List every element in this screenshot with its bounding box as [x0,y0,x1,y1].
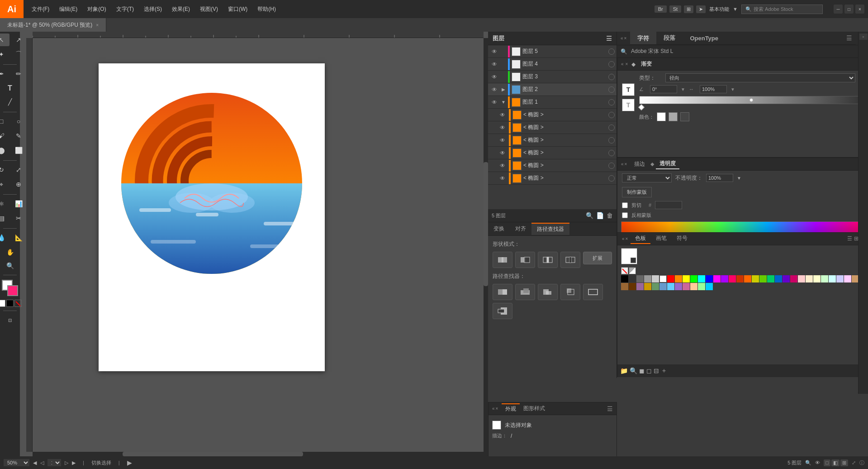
menu-edit[interactable]: 编辑(E) [55,4,82,15]
grad-fill-stop1[interactable] [657,112,666,121]
tab-stroke[interactable]: 描边 [631,159,649,169]
layer-sub3-visibility[interactable]: 👁 [498,137,507,144]
canvas-area[interactable] [26,32,488,456]
swatch-new-global[interactable]: ◼ [639,367,645,374]
swatch-mid[interactable] [644,275,651,282]
opacity-input[interactable] [706,174,733,182]
layer-sub1-target[interactable] [608,112,615,118]
grad-expand-icon[interactable]: ◆ [631,61,636,67]
swatch-yellow[interactable] [683,275,690,282]
page-nav-prev2[interactable]: ◁ [40,460,44,466]
layers-new-layer-btn[interactable]: 📄 [596,212,604,219]
unite-btn[interactable] [493,252,512,268]
play-btn[interactable]: ▶ [127,459,132,466]
trim-btn[interactable] [515,284,535,300]
layer3-visibility[interactable]: 👁 [490,74,499,80]
layer-sub-1[interactable]: 👁 < 椭圆 > [488,109,617,121]
layer-item-1[interactable]: 👁 ▼ 图层 1 [488,96,617,109]
expand-btn[interactable]: 扩展 [583,252,612,264]
layer4-target[interactable] [608,61,615,67]
swatch-amethyst[interactable] [675,283,682,290]
swatch-special-1[interactable] [621,267,628,274]
blob-brush-tool[interactable]: ⬤ [0,144,9,157]
outline-btn[interactable] [583,284,603,300]
curvature-tool[interactable]: ✏ [10,67,27,80]
tab-pathfinder[interactable]: 路径查找器 [531,223,569,235]
scale-tool[interactable]: ⤢ [10,163,27,176]
swatch-red[interactable] [667,275,674,282]
layer-sub2-visibility[interactable]: 👁 [498,124,507,131]
swatches-collapse[interactable]: « × [619,236,631,241]
grad-collapse[interactable]: « × [621,62,628,67]
menu-text[interactable]: 文字(T) [112,4,138,15]
layer1-target[interactable] [608,99,615,105]
tab-transparency[interactable]: 透明度 [656,159,679,169]
layer-sub-2[interactable]: 👁 < 椭圆 > [488,121,617,134]
swatch-royal[interactable] [775,275,782,282]
ellipse-tool[interactable]: ○ [10,115,27,128]
swatch-cyan[interactable] [698,275,705,282]
status-preview-view[interactable]: ◧ [831,459,840,466]
layer-item-2[interactable]: 👁 ▶ 图层 2 [488,83,617,96]
status-pixel-view[interactable]: ⊞ [840,459,848,466]
status-search-btn[interactable]: 🔍 [805,460,811,466]
swatch-sage[interactable] [652,283,659,290]
appearance-menu[interactable]: ☰ [607,405,613,412]
workspace-dropdown-icon[interactable]: ▼ [733,6,738,12]
type-tool[interactable]: T [2,82,18,95]
swatch-lt-yel[interactable] [813,275,821,282]
tab-align[interactable]: 对齐 [510,223,531,234]
swatch-special-2[interactable] [629,267,636,274]
swatch-dk-brown[interactable] [629,283,636,290]
layer-sub3-target[interactable] [608,137,615,144]
menu-view[interactable]: 视图(V) [195,4,223,15]
close-btn[interactable]: × [855,5,864,14]
swatch-sky[interactable] [667,283,674,290]
swatch-lt-mag[interactable] [844,275,851,282]
chart-tool[interactable]: 📊 [10,197,27,210]
lasso-tool[interactable]: ⌒ [10,48,27,61]
swatch-new-pattern[interactable]: ⊟ [654,367,659,374]
measure-tool[interactable]: 📐 [10,231,27,244]
layer-sub6-visibility[interactable]: 👁 [498,175,507,182]
tab-symbols[interactable]: 符号 [672,234,692,244]
swatch-white[interactable] [659,275,667,282]
layer-sub5-visibility[interactable]: 👁 [498,163,507,169]
symbol-tool[interactable]: ⚛ [0,197,9,210]
layers-menu-icon[interactable]: ☰ [606,35,612,42]
canvas-scroll-h[interactable] [33,452,484,456]
gradient-midpoint[interactable] [749,98,753,102]
pen-tool[interactable]: ✒ [0,67,9,80]
layer4-visibility[interactable]: 👁 [490,61,499,67]
swatch-dark-red[interactable] [736,275,744,282]
swatch-dark2[interactable] [636,275,644,282]
layer-sub-5[interactable]: 👁 < 椭圆 > [488,159,617,172]
status-normal-view[interactable]: □ [824,459,830,466]
grad-type-select[interactable]: 径向 线性 [665,73,855,82]
grad-scale-input[interactable] [700,85,727,93]
status-info-icon[interactable]: ⓘ [859,459,864,466]
swatch-lime[interactable] [759,275,767,282]
make-mask-btn[interactable]: 制作蒙版 [622,187,652,197]
status-navigate-icon[interactable]: ⤢ [852,460,856,466]
swatch-peach[interactable] [690,283,697,290]
swatch-teal[interactable] [767,275,774,282]
magic-wand-tool[interactable]: ✦ [0,48,9,61]
menu-file[interactable]: 文件(F) [27,4,54,15]
puppet-warp-tool[interactable]: ⌖ [0,178,9,191]
swatch-cream[interactable] [806,275,813,282]
none-swatch[interactable] [14,300,22,307]
layer-sub5-target[interactable] [608,163,615,169]
swatch-magenta[interactable] [713,275,721,282]
page-nav-prev[interactable]: ◀ [33,460,37,466]
layer1-expand[interactable]: ▼ [501,100,506,105]
grad-fill-stop2[interactable] [669,112,678,121]
rotate-tool[interactable]: ↻ [0,163,9,176]
grad-scale-dropdown[interactable]: ▼ [730,87,735,92]
right-collapse-btn[interactable]: » [859,34,868,40]
swatch-lt-blue[interactable] [836,275,844,282]
swatch-mint[interactable] [698,283,705,290]
layer2-target[interactable] [608,86,615,93]
swatch-black[interactable] [621,275,628,282]
line-tool[interactable]: ╱ [2,96,18,108]
